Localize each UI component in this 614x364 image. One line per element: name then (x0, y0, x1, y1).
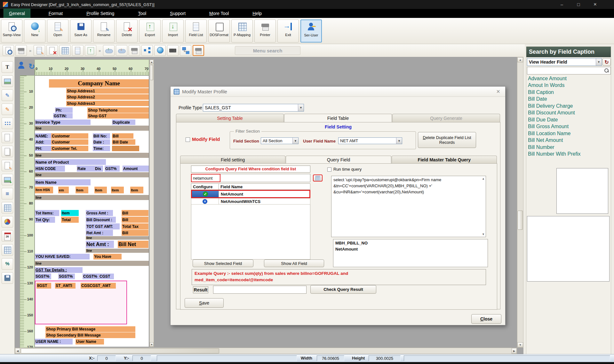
template-field[interactable]: Amount (123, 166, 149, 172)
field-section-select[interactable]: All Section (261, 137, 299, 144)
field-caption-item[interactable]: Advance Amount (527, 75, 611, 82)
template-line[interactable]: line (35, 261, 149, 266)
template-field[interactable]: CGST (99, 274, 114, 279)
field-name-cell[interactable]: NetAmount (219, 191, 309, 197)
template-field[interactable]: Bill Net (118, 241, 148, 248)
quick-button-keyboard[interactable] (167, 45, 179, 56)
tool-button-dots-tool[interactable] (2, 118, 13, 129)
template-field[interactable]: Customer (51, 133, 88, 139)
template-line[interactable]: line (86, 249, 149, 253)
check-query-result-button[interactable]: Check Query Result (310, 285, 376, 294)
scroll-right-icon[interactable] (512, 348, 517, 354)
quick-button-report-design[interactable] (34, 45, 45, 56)
template-field[interactable]: Bill No: (93, 133, 110, 139)
template-field[interactable]: User Name (76, 339, 104, 345)
scroll-up-icon[interactable] (150, 60, 154, 64)
template-field[interactable]: Total (61, 217, 79, 223)
tool-button-calendar-tool[interactable] (2, 230, 13, 242)
template-line[interactable]: line (35, 172, 149, 177)
menu-item-profile-setting[interactable]: Profile Setting (81, 9, 119, 18)
scroll-down-icon[interactable] (150, 342, 154, 347)
tool-button-pie-chart-tool[interactable] (2, 216, 13, 228)
tab-setting-table[interactable]: Setting Table (176, 114, 284, 122)
modify-field-checkbox[interactable] (186, 137, 190, 142)
template-field[interactable]: Tot Items: (35, 210, 59, 216)
template-field[interactable]: Tot Qty: (35, 217, 55, 223)
template-field[interactable]: Time: (93, 146, 110, 151)
template-canvas[interactable]: Company NameShop Address1Shop Address2Sh… (35, 75, 149, 347)
minimize-icon[interactable] (559, 2, 565, 7)
tool-button-copy-page-tool[interactable] (2, 146, 13, 157)
result-input[interactable] (213, 286, 307, 294)
template-line[interactable]: line (35, 195, 149, 200)
tab-field-master-table-query[interactable]: Field Master Table Query (392, 156, 497, 163)
template-field[interactable]: Bill (122, 230, 148, 236)
template-field[interactable]: Company Name (49, 79, 149, 88)
scroll-thumb[interactable] (518, 211, 523, 230)
template-field[interactable]: Shop Primary Bill Message (45, 326, 135, 332)
quick-button-report-delete[interactable] (46, 45, 58, 56)
field-name-cell[interactable]: NetAmountWithTCS (219, 198, 310, 204)
template-field[interactable]: NAME: (35, 133, 51, 139)
table-row[interactable]: NetAmountWithTCS (191, 198, 310, 205)
field-caption-item[interactable]: Bill Location Name (527, 130, 611, 137)
tab-field-table[interactable]: Field Table (284, 114, 392, 122)
template-field[interactable]: Customer Tel. (51, 146, 88, 151)
toolbar-button-printer[interactable]: Printer (254, 19, 276, 43)
template-field[interactable]: CGST% (83, 274, 99, 279)
template-field[interactable]: Item (111, 187, 124, 193)
template-field[interactable]: Bill (122, 210, 148, 216)
field-caption-item[interactable]: Bill Date (527, 96, 611, 103)
toolbar-button-save-as[interactable]: Save As (70, 19, 92, 43)
toolbar-button-new[interactable]: New (24, 19, 45, 43)
quick-button-globe[interactable] (154, 45, 166, 56)
template-field[interactable]: GST Tax Details : (35, 267, 83, 273)
tool-button-picture-tool[interactable] (2, 75, 13, 87)
user-field-name-select[interactable]: NET AMT (338, 137, 402, 144)
template-field[interactable]: Shop Secondary Bill Message (45, 332, 135, 338)
field-caption-item[interactable]: Bill Net Amount (527, 137, 611, 144)
menu-item-format[interactable]: Format (44, 9, 68, 18)
quick-button-cloud-upload[interactable] (103, 45, 115, 56)
field-caption-item[interactable]: Amout In Words (527, 82, 611, 89)
toolbar-button-p-mapping[interactable]: P-Mapping (231, 19, 253, 43)
save-button[interactable]: Save (185, 298, 224, 308)
field-caption-item[interactable]: Bill Number With Prefix (527, 151, 611, 158)
template-field[interactable]: Item Name (35, 179, 91, 185)
template-field[interactable]: Name of Product (35, 159, 106, 165)
query-textarea[interactable]: select 'upi://pay?pa=customerupi@okbank&… (331, 176, 486, 237)
template-field[interactable]: Bill Discount : (86, 217, 116, 223)
tool-button-marker-tool[interactable] (2, 104, 13, 115)
template-line[interactable]: line (86, 236, 149, 240)
template-field[interactable]: Shop Address3 (66, 101, 149, 106)
template-field[interactable]: Duplicate (112, 120, 135, 125)
query-field-list-box[interactable]: MBH_PBILL_NO NetAmount (333, 239, 488, 267)
canvas-hscrollbar[interactable] (15, 348, 517, 354)
field-caption-item[interactable]: Bill Caption (527, 89, 611, 96)
profile-type-select[interactable]: SALES_GST (203, 104, 304, 112)
column-header-configure[interactable]: Configure (191, 183, 219, 190)
scroll-up-icon[interactable] (517, 57, 523, 62)
field-filter-input[interactable]: netamount (191, 174, 220, 182)
template-field[interactable]: SGST% (35, 274, 51, 279)
template-line[interactable]: line (35, 126, 149, 131)
field-filter-extension[interactable] (220, 174, 310, 182)
menu-search-input[interactable]: Menu search (235, 46, 300, 55)
template-field[interactable]: CGSCGST_AMT (81, 283, 116, 289)
field-caption-search-input[interactable] (527, 67, 611, 74)
quick-button-fax[interactable] (129, 45, 140, 56)
menu-item-support[interactable]: Support (165, 9, 191, 18)
run-time-query-checkbox[interactable] (327, 167, 331, 172)
template-field[interactable]: USER NAME : (35, 339, 73, 345)
template-field[interactable]: GSTIN: (53, 113, 73, 119)
template-field[interactable]: Shop Address2 (66, 94, 149, 100)
quick-button-cloud-download[interactable] (116, 45, 127, 56)
toolbar-button-delete[interactable]: Delete (116, 19, 138, 43)
quick-button-share[interactable] (141, 45, 153, 56)
refresh-icon[interactable] (602, 58, 611, 66)
scroll-thumb[interactable] (150, 65, 153, 80)
quick-button-add-report[interactable] (85, 45, 96, 56)
field-caption-item[interactable]: Bill Delivery Charge (527, 103, 611, 110)
quick-button-network[interactable] (180, 45, 191, 56)
query-scroll-up-icon[interactable]: ▲ (482, 177, 485, 180)
